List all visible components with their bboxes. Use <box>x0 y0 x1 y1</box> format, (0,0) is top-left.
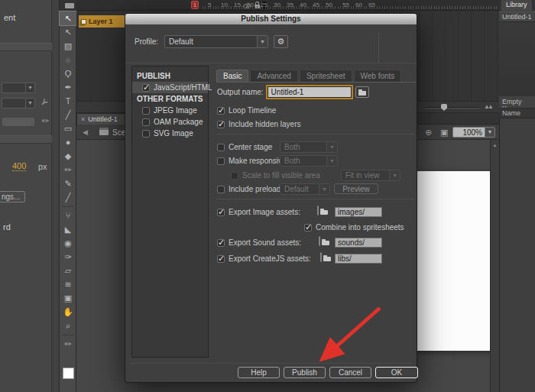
back-arrow-icon[interactable]: ◀ <box>83 128 88 136</box>
ruler-number[interactable]: 15 <box>234 2 241 8</box>
zoom-tool[interactable]: ⌕ <box>60 319 76 332</box>
make-responsive-row[interactable]: Make responsive <box>217 157 287 165</box>
panel-divider[interactable] <box>52 0 60 392</box>
ruler-number[interactable]: 25 <box>261 2 268 8</box>
oam-package-checkbox[interactable] <box>142 118 150 126</box>
profile-dropdown[interactable]: Default ▼ <box>164 35 268 48</box>
hand-tool[interactable]: ✋ <box>60 305 76 319</box>
javascript-html-checkbox[interactable] <box>142 84 150 92</box>
free-transform-tool[interactable]: ▧ <box>60 39 76 53</box>
fill-color-control[interactable] <box>60 365 76 379</box>
clip-to-stage-icon[interactable]: ▣ <box>440 128 448 138</box>
fill-color-swatch[interactable] <box>63 368 74 379</box>
image-assets-path-input[interactable] <box>335 207 382 217</box>
tab-web-fonts[interactable]: Web fonts <box>354 70 402 82</box>
playhead-frame[interactable]: 1 <box>191 1 199 9</box>
format-javascript-html[interactable]: JavaScript/HTML <box>132 82 208 93</box>
ruler-number[interactable]: 40 <box>300 2 306 8</box>
document-tab[interactable]: × Untitled-1 <box>76 113 127 125</box>
close-icon[interactable]: × <box>81 115 85 123</box>
lasso-tool[interactable]: Ϙ <box>60 66 76 80</box>
stage-height-value[interactable]: 400 <box>12 161 26 171</box>
center-stage-checkbox[interactable] <box>217 144 225 151</box>
paint-brush-tool[interactable]: ✎ <box>60 177 76 190</box>
pencil-edit-icon[interactable]: ✏ <box>42 116 49 126</box>
format-svg-image[interactable]: SVG Image <box>132 128 208 139</box>
export-sound-assets-checkbox[interactable] <box>217 239 225 247</box>
export-createjs-assets-checkbox[interactable] <box>217 255 225 263</box>
tab-library[interactable]: Library <box>501 0 532 11</box>
ruler-number[interactable]: 65 <box>368 2 375 8</box>
bone-tool[interactable]: ⑂ <box>60 209 76 222</box>
panel-collapse-button[interactable] <box>65 3 74 8</box>
layer-row[interactable]: Layer 1 <box>79 15 125 28</box>
scroll-up-icon[interactable]: ▲ <box>493 143 498 147</box>
output-name-input[interactable] <box>268 86 352 98</box>
center-stage-row[interactable]: Center stage <box>217 143 272 151</box>
eraser-tool[interactable]: ▱ <box>60 264 76 277</box>
ruler-number[interactable]: 50 <box>326 2 332 8</box>
width-tool[interactable]: ≋ <box>60 277 76 291</box>
createjs-assets-path-input[interactable] <box>335 254 382 264</box>
eyedropper-tool[interactable]: ✑ <box>60 250 76 264</box>
lock-icon[interactable] <box>255 5 260 8</box>
tab-spritesheet[interactable]: Spritesheet <box>300 70 352 82</box>
library-document-selector[interactable]: Untitled-1 <box>499 11 535 22</box>
combine-spritesheets-row[interactable]: Combine into spritesheets <box>304 223 404 232</box>
ruler-number[interactable]: 5 <box>208 2 211 8</box>
ink-bottle-tool[interactable]: ◉ <box>60 236 76 250</box>
sound-assets-path-input[interactable] <box>335 238 382 248</box>
include-preloader-checkbox[interactable] <box>217 186 225 193</box>
timeline-zoom-handle[interactable] <box>441 104 447 111</box>
ok-button[interactable]: OK <box>375 367 418 378</box>
stage-zoom-dropdown[interactable]: 100% ▼ <box>452 127 495 138</box>
timeline-zoom-track[interactable] <box>425 107 480 109</box>
document-tab-label[interactable]: Untitled-1 <box>88 115 118 123</box>
properties-dropdown-2[interactable]: ▼ <box>2 98 35 109</box>
rectangle-tool[interactable]: ▭ <box>60 121 76 135</box>
combine-spritesheets-checkbox[interactable] <box>304 224 312 232</box>
ruler-number[interactable]: 55 <box>342 2 349 8</box>
timeline-frame-grid[interactable] <box>419 11 499 101</box>
properties-dropdown-1[interactable]: ▼ <box>2 83 35 93</box>
timeline-ruler[interactable]: 15101520253035404550556065 <box>76 0 499 11</box>
oval-tool[interactable]: ● <box>60 135 76 149</box>
tab-advanced[interactable]: Advanced <box>250 70 297 82</box>
paint-bucket-tool[interactable]: ◣ <box>60 222 76 236</box>
help-button[interactable]: Help <box>238 367 280 378</box>
dialog-title[interactable]: Publish Settings <box>125 14 417 24</box>
include-hidden-layers-checkbox[interactable] <box>217 121 225 128</box>
cancel-button[interactable]: Cancel <box>329 367 371 378</box>
make-responsive-checkbox[interactable] <box>217 157 225 165</box>
format-oam-package[interactable]: OAM Package <box>132 116 208 128</box>
browse-folder-icon[interactable] <box>355 86 369 98</box>
ruler-number[interactable]: 30 <box>274 2 280 8</box>
createjs-assets-folder-icon[interactable] <box>320 252 322 262</box>
pencil-tool[interactable]: ✏ <box>60 163 76 177</box>
ruler-number[interactable]: 60 <box>355 2 362 8</box>
image-assets-folder-icon[interactable] <box>317 206 319 215</box>
subselection-tool[interactable]: ↖ <box>60 25 76 39</box>
stroke-color-tool[interactable]: ✏ <box>60 337 76 351</box>
stage-vertical-scrollbar[interactable]: ▲ <box>490 140 499 392</box>
brush-tool[interactable]: ╱ <box>60 190 76 204</box>
selection-tool[interactable]: ↖ <box>60 11 76 25</box>
library-name-column-header[interactable]: Name <box>499 108 535 118</box>
tab-basic[interactable]: Basic <box>216 70 248 82</box>
line-tool[interactable]: ╱ <box>60 108 76 121</box>
format-jpeg-image[interactable]: JPEG Image <box>132 105 208 116</box>
properties-text-field[interactable] <box>2 117 35 127</box>
scene-label-fragment[interactable]: Sce <box>112 128 125 137</box>
properties-section-bar[interactable] <box>0 43 52 51</box>
ruler-number[interactable]: 10 <box>221 2 228 8</box>
properties-section-bar-2[interactable] <box>0 135 52 144</box>
loop-timeline-checkbox[interactable] <box>217 107 225 115</box>
pen-tool[interactable]: ✒ <box>60 80 76 94</box>
ruler-number[interactable]: 20 <box>247 2 254 8</box>
polystar-tool[interactable]: ◆ <box>60 149 76 163</box>
center-stage-icon[interactable]: ⊕ <box>425 128 432 138</box>
wrench-icon[interactable]: Y <box>39 97 50 108</box>
profile-options-button[interactable]: ⚙ <box>274 35 288 48</box>
export-image-assets-row[interactable]: Export Image assets: <box>217 208 300 216</box>
sound-assets-folder-icon[interactable] <box>319 236 320 246</box>
